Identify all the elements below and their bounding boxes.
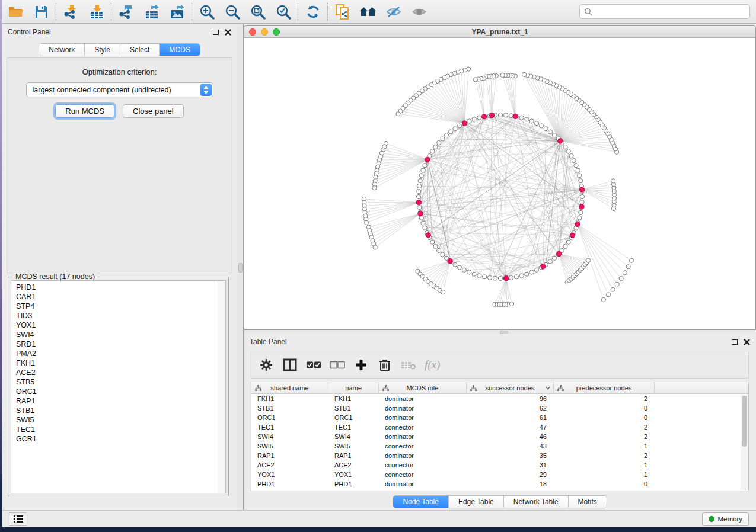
horizontal-splitter[interactable] xyxy=(244,330,756,334)
graph-node[interactable] xyxy=(433,244,438,248)
graph-node[interactable] xyxy=(534,268,538,272)
zoom-fit-button[interactable] xyxy=(245,2,270,22)
tab-style[interactable]: Style xyxy=(85,44,120,56)
mcds-hub-node[interactable] xyxy=(513,114,518,118)
mcds-hub-node[interactable] xyxy=(579,187,584,192)
deselect-all-columns-button[interactable] xyxy=(330,357,345,373)
graph-node[interactable] xyxy=(519,116,524,120)
graph-node[interactable] xyxy=(579,210,583,214)
graph-node[interactable] xyxy=(421,221,425,225)
zoom-out-button[interactable] xyxy=(219,2,245,22)
mcds-hub-node[interactable] xyxy=(416,200,421,204)
graph-node[interactable] xyxy=(418,179,422,183)
vertical-splitter[interactable] xyxy=(237,24,244,510)
graph-leaf-node[interactable] xyxy=(611,179,615,183)
criterion-select[interactable]: largest connected component (undirected) xyxy=(26,82,213,97)
graph-node[interactable] xyxy=(423,226,427,230)
graph-node[interactable] xyxy=(417,189,421,193)
mcds-result-item[interactable]: GCR1 xyxy=(16,434,225,444)
close-panel-button[interactable]: Close panel xyxy=(123,104,184,118)
graph-leaf-node[interactable] xyxy=(630,258,634,262)
graph-node[interactable] xyxy=(441,137,445,141)
table-tab-network-table[interactable]: Network Table xyxy=(504,496,569,508)
graph-node[interactable] xyxy=(580,200,584,204)
mcds-hub-node[interactable] xyxy=(462,121,467,126)
table-scrollbar[interactable] xyxy=(741,395,748,490)
graph-node[interactable] xyxy=(514,275,518,279)
mcds-result-item[interactable]: TEC1 xyxy=(16,425,225,434)
graph-leaf-node[interactable] xyxy=(601,297,605,302)
mcds-result-item[interactable]: STB5 xyxy=(16,377,225,387)
graph-node[interactable] xyxy=(462,268,466,272)
mcds-list-scrollbar[interactable] xyxy=(218,281,225,493)
table-row[interactable]: PHD1PHD1dominator180 xyxy=(251,479,748,489)
refresh-view-button[interactable] xyxy=(300,2,326,22)
graph-node[interactable] xyxy=(467,270,471,274)
graph-node[interactable] xyxy=(493,276,497,280)
graph-node[interactable] xyxy=(563,145,567,149)
tab-network[interactable]: Network xyxy=(39,44,85,56)
graph-node[interactable] xyxy=(566,240,570,244)
table-row[interactable]: STB1STB1dominator620 xyxy=(251,403,748,413)
mcds-hub-node[interactable] xyxy=(558,139,563,143)
mcds-hub-node[interactable] xyxy=(579,204,584,209)
graph-node[interactable] xyxy=(487,275,492,280)
export-network-button[interactable] xyxy=(113,2,139,22)
graph-node[interactable] xyxy=(563,244,567,248)
column-header-predecessor-nodes[interactable]: predecessor nodes xyxy=(554,382,655,393)
mcds-hub-node[interactable] xyxy=(570,233,575,238)
graph-leaf-node[interactable] xyxy=(373,245,377,249)
graph-node[interactable] xyxy=(457,124,461,128)
mcds-result-item[interactable]: PMA2 xyxy=(16,349,225,358)
graph-node[interactable] xyxy=(453,127,457,131)
mcds-result-item[interactable]: SWI4 xyxy=(16,330,225,339)
table-row[interactable]: TEC1TEC1connector472 xyxy=(251,422,748,432)
open-file-button[interactable] xyxy=(3,2,28,22)
search-box[interactable] xyxy=(579,4,750,19)
mcds-hub-node[interactable] xyxy=(503,276,508,281)
zoom-in-button[interactable] xyxy=(194,2,219,22)
graph-node[interactable] xyxy=(552,256,556,260)
graph-leaf-node[interactable] xyxy=(611,287,615,291)
graph-node[interactable] xyxy=(525,272,529,276)
graph-node[interactable] xyxy=(430,149,435,153)
graph-node[interactable] xyxy=(548,130,552,134)
graph-node[interactable] xyxy=(437,248,441,252)
graph-node[interactable] xyxy=(566,149,570,153)
column-header-name[interactable]: name xyxy=(328,382,379,393)
graph-node[interactable] xyxy=(576,168,580,172)
table-row[interactable]: ORC1ORC1dominator610 xyxy=(251,413,748,422)
graph-leaf-node[interactable] xyxy=(500,73,505,77)
graph-leaf-node[interactable] xyxy=(372,186,377,190)
table-row[interactable]: RAP1RAP1dominator352 xyxy=(251,451,748,460)
mcds-hub-node[interactable] xyxy=(575,222,580,226)
mcds-result-item[interactable]: RAP1 xyxy=(16,396,225,406)
run-mcds-button[interactable]: Run MCDS xyxy=(55,104,114,118)
graph-node[interactable] xyxy=(457,265,461,270)
tab-mcds[interactable]: MCDS xyxy=(160,44,199,56)
close-panel-icon[interactable] xyxy=(225,29,231,36)
scrollbar-thumb[interactable] xyxy=(742,396,747,447)
graph-node[interactable] xyxy=(548,259,552,264)
graph-node[interactable] xyxy=(579,179,583,183)
import-table-button[interactable] xyxy=(84,2,109,22)
graph-leaf-node[interactable] xyxy=(396,112,400,116)
graph-node[interactable] xyxy=(419,174,423,178)
show-panel-list-button[interactable] xyxy=(9,512,27,526)
mcds-result-list[interactable]: PHD1CAR1STP4TID3YOX1SWI4SRD1PMA2FKH1ACE2… xyxy=(11,280,226,493)
network-window-titlebar[interactable]: YPA_prune.txt_1 xyxy=(244,26,755,38)
graph-node[interactable] xyxy=(430,240,435,244)
graph-node[interactable] xyxy=(444,133,448,137)
graph-node[interactable] xyxy=(529,270,534,274)
mcds-result-item[interactable]: ACE2 xyxy=(16,368,225,377)
graph-node[interactable] xyxy=(498,113,502,117)
network-canvas[interactable] xyxy=(244,39,755,329)
mcds-hub-node[interactable] xyxy=(448,259,452,264)
export-image-button[interactable] xyxy=(164,2,190,22)
graph-node[interactable] xyxy=(483,275,487,279)
mcds-result-item[interactable]: SWI5 xyxy=(16,415,225,425)
splitter-handle[interactable] xyxy=(238,263,243,273)
delete-column-button[interactable] xyxy=(377,357,393,373)
graph-leaf-node[interactable] xyxy=(509,302,513,306)
mcds-result-item[interactable]: CAR1 xyxy=(16,292,225,302)
